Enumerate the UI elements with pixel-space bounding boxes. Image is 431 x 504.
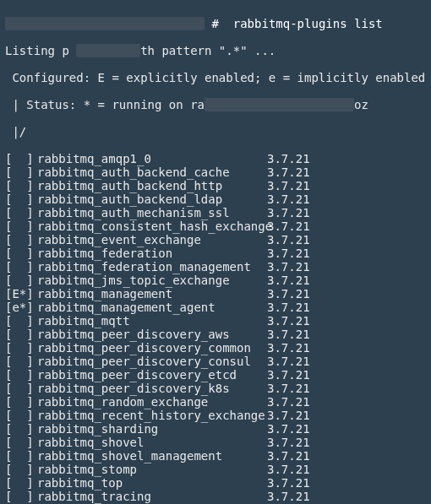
plugin-name: rabbitmq_auth_mechanism_ssl bbox=[37, 206, 267, 219]
legend-configured: Configured: E = explicitly enabled; e = … bbox=[5, 71, 426, 84]
plugin-version: 3.7.21 bbox=[267, 179, 310, 192]
plugin-name: rabbitmq_federation_management bbox=[37, 260, 267, 274]
plugin-version: 3.7.21 bbox=[267, 395, 310, 409]
listing-line: Listing p xxxxxxxxxth pattern ".*" ... bbox=[5, 44, 426, 57]
plugin-row: [ ]rabbitmq_jms_topic_exchange3.7.21 bbox=[5, 274, 426, 287]
terminal-output: xxxxxxxxxxxxxxxxxxxxxxxxxxxx # rabbitmq-… bbox=[0, 0, 431, 504]
plugin-row: [ ]rabbitmq_auth_mechanism_ssl3.7.21 bbox=[5, 206, 426, 219]
plugin-name: rabbitmq_management bbox=[37, 287, 267, 301]
plugin-version: 3.7.21 bbox=[267, 287, 310, 301]
plugin-version: 3.7.21 bbox=[267, 165, 310, 179]
plugin-name: rabbitmq_stomp bbox=[37, 463, 267, 476]
plugin-version: 3.7.21 bbox=[267, 301, 310, 314]
plugin-version: 3.7.21 bbox=[267, 490, 310, 503]
plugin-version: 3.7.21 bbox=[267, 341, 310, 355]
plugin-version: 3.7.21 bbox=[267, 206, 310, 219]
plugin-name: rabbitmq_peer_discovery_etcd bbox=[37, 368, 267, 382]
plugin-row: [ ]rabbitmq_federation3.7.21 bbox=[5, 247, 426, 260]
plugin-row: [ ]rabbitmq_mqtt3.7.21 bbox=[5, 314, 426, 328]
plugin-name: rabbitmq_peer_discovery_k8s bbox=[37, 382, 267, 395]
plugin-row: [ ]rabbitmq_tracing3.7.21 bbox=[5, 490, 426, 503]
blurred-listing: xxxxxxxxx bbox=[76, 44, 140, 57]
plugin-flag: [ ] bbox=[5, 409, 37, 422]
plugin-flag: [ ] bbox=[5, 274, 37, 287]
plugin-flag: [ ] bbox=[5, 449, 37, 463]
plugin-name: rabbitmq_jms_topic_exchange bbox=[37, 274, 267, 287]
plugin-row: [ ]rabbitmq_peer_discovery_aws3.7.21 bbox=[5, 328, 426, 341]
plugin-flag: [ ] bbox=[5, 328, 37, 341]
legend-bar: |/ bbox=[5, 125, 426, 138]
plugin-name: rabbitmq_mqtt bbox=[37, 314, 267, 328]
plugin-name: rabbitmq_auth_backend_ldap bbox=[37, 192, 267, 206]
legend-status-line: | Status: * = running on raxxxxxxxxxxxxx… bbox=[5, 98, 426, 111]
plugin-version: 3.7.21 bbox=[267, 233, 310, 247]
plugin-version: 3.7.21 bbox=[267, 314, 310, 328]
plugin-flag: [ ] bbox=[5, 206, 37, 219]
plugin-version: 3.7.21 bbox=[267, 368, 310, 382]
plugin-row: [ ]rabbitmq_event_exchange3.7.21 bbox=[5, 233, 426, 247]
plugin-version: 3.7.21 bbox=[267, 355, 310, 368]
plugin-version: 3.7.21 bbox=[267, 422, 310, 436]
plugin-flag: [ ] bbox=[5, 152, 37, 165]
plugin-flag: [e*] bbox=[5, 301, 37, 314]
plugin-version: 3.7.21 bbox=[267, 152, 310, 165]
plugin-flag: [ ] bbox=[5, 179, 37, 192]
plugin-row: [ ]rabbitmq_peer_discovery_consul3.7.21 bbox=[5, 355, 426, 368]
plugin-row: [E*]rabbitmq_management3.7.21 bbox=[5, 287, 426, 301]
plugin-name: rabbitmq_recent_history_exchange bbox=[37, 409, 267, 422]
plugin-name: rabbitmq_random_exchange bbox=[37, 395, 267, 409]
plugin-rows: [ ]rabbitmq_amqp1_03.7.21[ ]rabbitmq_aut… bbox=[5, 152, 426, 504]
plugin-version: 3.7.21 bbox=[267, 328, 310, 341]
plugin-version: 3.7.21 bbox=[267, 436, 310, 449]
plugin-version: 3.7.21 bbox=[267, 247, 310, 260]
plugin-flag: [ ] bbox=[5, 314, 37, 328]
plugin-flag: [ ] bbox=[5, 219, 37, 233]
plugin-name: rabbitmq_tracing bbox=[37, 490, 267, 503]
plugin-name: rabbitmq_shovel_management bbox=[37, 449, 267, 463]
plugin-name: rabbitmq_peer_discovery_consul bbox=[37, 355, 267, 368]
plugin-flag: [ ] bbox=[5, 341, 37, 355]
plugin-flag: [ ] bbox=[5, 260, 37, 274]
plugin-flag: [ ] bbox=[5, 355, 37, 368]
plugin-name: rabbitmq_peer_discovery_common bbox=[37, 341, 267, 355]
plugin-row: [ ]rabbitmq_auth_backend_ldap3.7.21 bbox=[5, 192, 426, 206]
plugin-row: [ ]rabbitmq_peer_discovery_etcd3.7.21 bbox=[5, 368, 426, 382]
plugin-version: 3.7.21 bbox=[267, 409, 310, 422]
plugin-row: [ ]rabbitmq_auth_backend_http3.7.21 bbox=[5, 179, 426, 192]
plugin-version: 3.7.21 bbox=[267, 382, 310, 395]
plugin-version: 3.7.21 bbox=[267, 274, 310, 287]
plugin-row: [ ]rabbitmq_federation_management3.7.21 bbox=[5, 260, 426, 274]
plugin-row: [ ]rabbitmq_amqp1_03.7.21 bbox=[5, 152, 426, 165]
plugin-flag: [ ] bbox=[5, 165, 37, 179]
plugin-row: [ ]rabbitmq_peer_discovery_k8s3.7.21 bbox=[5, 382, 426, 395]
plugin-flag: [ ] bbox=[5, 247, 37, 260]
listing-mid: th pattern ".*" ... bbox=[140, 44, 276, 57]
plugin-name: rabbitmq_auth_backend_http bbox=[37, 179, 267, 192]
plugin-version: 3.7.21 bbox=[267, 260, 310, 274]
plugin-name: rabbitmq_consistent_hash_exchange bbox=[37, 219, 267, 233]
plugin-version: 3.7.21 bbox=[267, 476, 310, 490]
plugin-row: [e*]rabbitmq_management_agent3.7.21 bbox=[5, 301, 426, 314]
plugin-name: rabbitmq_auth_backend_cache bbox=[37, 165, 267, 179]
plugin-row: [ ]rabbitmq_sharding3.7.21 bbox=[5, 422, 426, 436]
plugin-version: 3.7.21 bbox=[267, 192, 310, 206]
plugin-row: [ ]rabbitmq_shovel3.7.21 bbox=[5, 436, 426, 449]
plugin-flag: [ ] bbox=[5, 192, 37, 206]
plugin-row: [ ]rabbitmq_consistent_hash_exchange3.7.… bbox=[5, 219, 426, 233]
legend-status-suffix: oz bbox=[354, 98, 368, 111]
plugin-name: rabbitmq_federation bbox=[37, 247, 267, 260]
legend-status-prefix: | Status: * = running on ra bbox=[5, 98, 205, 111]
plugin-row: [ ]rabbitmq_peer_discovery_common3.7.21 bbox=[5, 341, 426, 355]
plugin-name: rabbitmq_amqp1_0 bbox=[37, 152, 267, 165]
prompt-line: xxxxxxxxxxxxxxxxxxxxxxxxxxxx # rabbitmq-… bbox=[5, 17, 426, 30]
plugin-flag: [ ] bbox=[5, 233, 37, 247]
plugin-flag: [ ] bbox=[5, 368, 37, 382]
plugin-name: rabbitmq_management_agent bbox=[37, 301, 267, 314]
listing-prefix: Listing p bbox=[5, 44, 69, 57]
plugin-name: rabbitmq_event_exchange bbox=[37, 233, 267, 247]
plugin-row: [ ]rabbitmq_random_exchange3.7.21 bbox=[5, 395, 426, 409]
blurred-user-host: xxxxxxxxxxxxxxxxxxxxxxxxxxxx bbox=[5, 17, 205, 30]
plugin-row: [ ]rabbitmq_auth_backend_cache3.7.21 bbox=[5, 165, 426, 179]
plugin-version: 3.7.21 bbox=[267, 219, 310, 233]
plugin-name: rabbitmq_sharding bbox=[37, 422, 267, 436]
